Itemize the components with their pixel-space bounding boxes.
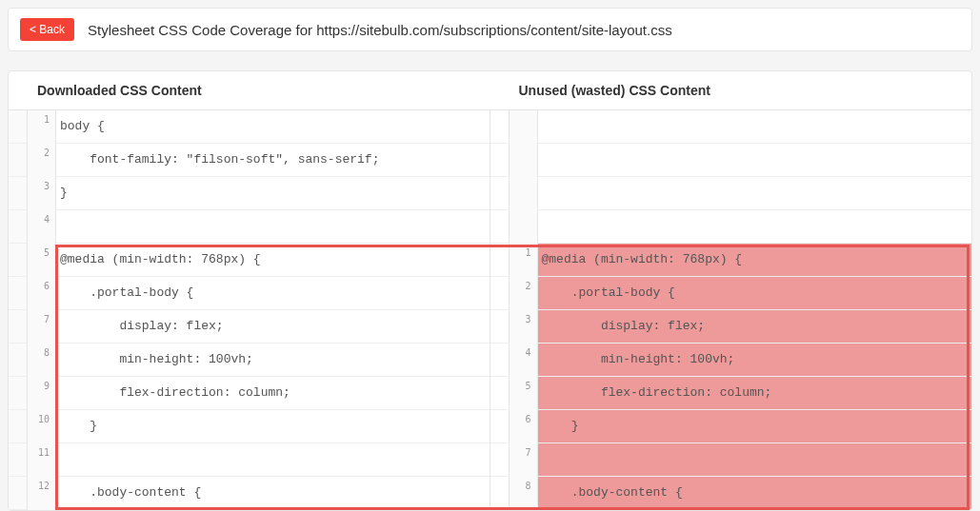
spacer (490, 477, 510, 510)
spacer (490, 244, 510, 277)
gutter (9, 443, 28, 477)
line-number (510, 110, 538, 144)
code-text: .body-content { (538, 477, 972, 510)
code-text: @media (min-width: 768px) { (56, 244, 490, 277)
spacer (490, 410, 510, 443)
left-pane: 8 min-height: 100vh; (28, 344, 490, 377)
gutter (9, 177, 28, 210)
line-number: 1 (510, 244, 538, 277)
right-column-header: Unused (wasted) CSS Content (490, 71, 972, 109)
code-row: 117 (9, 443, 971, 477)
left-pane: 12 .body-content { (28, 477, 490, 510)
left-pane: 1body { (28, 110, 490, 144)
right-pane: 6 } (510, 410, 972, 443)
line-number: 12 (28, 477, 56, 510)
line-number: 8 (28, 344, 56, 377)
code-text: min-height: 100vh; (56, 344, 490, 377)
code-text: flex-direction: column; (56, 377, 490, 410)
line-number: 2 (28, 144, 56, 177)
code-row: 10 }6 } (9, 410, 971, 443)
right-pane: 1@media (min-width: 768px) { (510, 244, 972, 277)
code-text (538, 110, 972, 144)
spacer (490, 210, 510, 244)
right-pane: 7 (510, 443, 972, 477)
line-number: 5 (510, 377, 538, 410)
spacer (490, 443, 510, 477)
right-pane (510, 210, 972, 244)
gutter (9, 477, 28, 510)
code-text (56, 210, 490, 244)
gutter (9, 310, 28, 344)
left-pane: 6 .portal-body { (28, 277, 490, 310)
code-text: flex-direction: column; (538, 377, 972, 410)
left-pane: 11 (28, 443, 490, 477)
line-number (510, 177, 538, 210)
right-pane: 8 .body-content { (510, 477, 972, 510)
line-number (510, 144, 538, 177)
code-row: 12 .body-content {8 .body-content { (9, 477, 971, 510)
gutter (9, 110, 28, 144)
gutter (9, 410, 28, 443)
left-pane: 3} (28, 177, 490, 210)
right-pane (510, 110, 972, 144)
code-text: .portal-body { (56, 277, 490, 310)
code-text: .body-content { (56, 477, 490, 510)
right-pane: 3 display: flex; (510, 310, 972, 344)
code-row: 2 font-family: "filson-soft", sans-serif… (9, 144, 971, 177)
right-pane: 5 flex-direction: column; (510, 377, 972, 410)
code-text (538, 177, 972, 210)
line-number: 3 (28, 177, 56, 210)
left-pane: 9 flex-direction: column; (28, 377, 490, 410)
gutter (9, 344, 28, 377)
left-pane: 7 display: flex; (28, 310, 490, 344)
code-text: display: flex; (538, 310, 972, 344)
code-text: min-height: 100vh; (538, 344, 972, 377)
code-row: 9 flex-direction: column;5 flex-directio… (9, 377, 971, 410)
code-row: 4 (9, 210, 971, 244)
code-text: .portal-body { (538, 277, 972, 310)
line-number: 7 (510, 443, 538, 477)
spacer (490, 110, 510, 144)
line-number: 3 (510, 310, 538, 344)
right-pane: 2 .portal-body { (510, 277, 972, 310)
spacer (490, 310, 510, 344)
line-number (510, 210, 538, 244)
gutter (9, 244, 28, 277)
code-text (538, 144, 972, 177)
left-pane: 5@media (min-width: 768px) { (28, 244, 490, 277)
code-text: @media (min-width: 768px) { (538, 244, 972, 277)
code-coverage-panel: Downloaded CSS Content Unused (wasted) C… (8, 70, 972, 511)
code-row: 3} (9, 177, 971, 210)
line-number: 4 (28, 210, 56, 244)
left-pane: 2 font-family: "filson-soft", sans-serif… (28, 144, 490, 177)
line-number: 8 (510, 477, 538, 510)
code-text (538, 443, 972, 477)
columns-header: Downloaded CSS Content Unused (wasted) C… (9, 71, 971, 110)
right-pane (510, 177, 972, 210)
code-text: font-family: "filson-soft", sans-serif; (56, 144, 490, 177)
gutter (9, 144, 28, 177)
header-bar: < Back Stylesheet CSS Code Coverage for … (8, 8, 972, 51)
line-number: 6 (28, 277, 56, 310)
line-number: 1 (28, 110, 56, 144)
line-number: 9 (28, 377, 56, 410)
code-row: 1body { (9, 110, 971, 144)
spacer (490, 144, 510, 177)
left-column-header: Downloaded CSS Content (9, 71, 490, 109)
code-text (538, 210, 972, 244)
spacer (490, 277, 510, 310)
page-title: Stylesheet CSS Code Coverage for https:/… (88, 22, 672, 38)
code-row: 5@media (min-width: 768px) {1@media (min… (9, 244, 971, 277)
gutter (9, 377, 28, 410)
left-pane: 10 } (28, 410, 490, 443)
code-body: 1body {2 font-family: "filson-soft", san… (9, 110, 971, 510)
back-button[interactable]: < Back (20, 18, 74, 41)
code-text: } (56, 177, 490, 210)
code-row: 6 .portal-body {2 .portal-body { (9, 277, 971, 310)
code-text (56, 443, 490, 477)
line-number: 6 (510, 410, 538, 443)
line-number: 4 (510, 344, 538, 377)
code-text: body { (56, 110, 490, 144)
line-number: 10 (28, 410, 56, 443)
spacer (490, 377, 510, 410)
